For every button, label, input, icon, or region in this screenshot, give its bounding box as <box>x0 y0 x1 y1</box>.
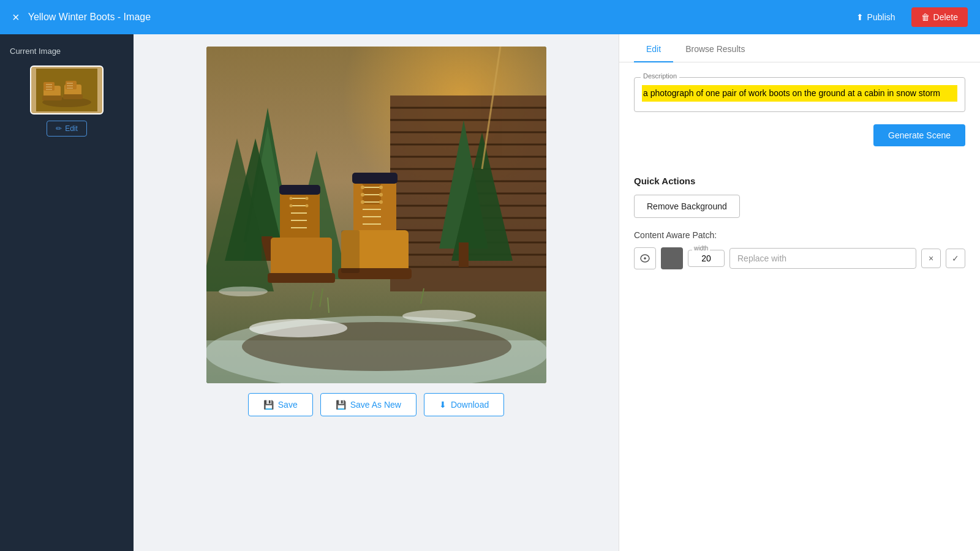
confirm-icon: ✓ <box>952 253 959 263</box>
svg-point-58 <box>379 193 383 197</box>
svg-rect-6 <box>63 94 83 99</box>
right-panel: Edit Browse Results Description <span cl… <box>619 34 980 551</box>
content-aware-label: Content Aware Patch: <box>634 230 965 240</box>
download-icon: ⬇ <box>439 400 447 410</box>
canvas-background <box>206 47 546 383</box>
svg-point-59 <box>361 200 364 204</box>
replace-with-input[interactable] <box>729 248 916 269</box>
svg-point-77 <box>219 287 268 296</box>
svg-point-74 <box>305 204 308 208</box>
svg-point-57 <box>361 193 364 197</box>
svg-rect-37 <box>459 242 469 267</box>
delete-button[interactable]: 🗑 Delete <box>911 7 968 27</box>
close-button[interactable]: × <box>12 10 20 24</box>
quick-actions-title: Quick Actions <box>634 176 965 186</box>
width-input[interactable] <box>693 253 719 263</box>
patch-lasso-button[interactable] <box>634 247 656 269</box>
svg-point-71 <box>289 197 292 200</box>
trash-icon: 🗑 <box>921 12 930 22</box>
thumbnail-boots-svg <box>36 69 97 111</box>
page-title: Yellow Winter Boots - Image <box>28 12 840 23</box>
content-area: 💾 Save 💾 Save As New ⬇ Download <box>134 34 619 551</box>
tab-edit[interactable]: Edit <box>634 34 673 62</box>
download-button[interactable]: ⬇ Download <box>424 393 504 416</box>
save-as-new-icon: 💾 <box>336 400 346 410</box>
svg-point-72 <box>305 197 308 200</box>
panel-content: Description <span class="desc-highlight"… <box>619 62 980 551</box>
svg-point-60 <box>379 200 383 204</box>
lasso-icon <box>639 253 650 264</box>
patch-cancel-button[interactable]: × <box>921 249 941 268</box>
description-label: Description <box>641 72 679 80</box>
width-input-group: width <box>688 250 725 267</box>
topbar: × Yellow Winter Boots - Image ⬆ Publish … <box>0 0 980 34</box>
svg-point-76 <box>402 310 476 322</box>
svg-rect-3 <box>42 96 62 100</box>
svg-point-75 <box>249 319 347 337</box>
width-label: width <box>692 245 710 252</box>
svg-point-73 <box>289 204 292 208</box>
sidebar: Current Image <box>0 34 134 551</box>
remove-background-button[interactable]: Remove Background <box>634 195 740 218</box>
main-layout: Current Image <box>0 34 980 551</box>
patch-confirm-button[interactable]: ✓ <box>946 249 965 268</box>
image-canvas <box>206 47 546 383</box>
tab-browse-results[interactable]: Browse Results <box>673 34 757 62</box>
description-highlighted-text: a photograph of one pair of work boots o… <box>643 88 940 98</box>
svg-point-56 <box>379 186 383 189</box>
save-button[interactable]: 💾 Save <box>248 393 313 416</box>
patch-controls: width × ✓ <box>634 247 965 269</box>
svg-rect-63 <box>279 185 320 195</box>
svg-rect-65 <box>268 273 335 283</box>
current-image-label: Current Image <box>10 47 124 56</box>
action-buttons: 💾 Save 💾 Save As New ⬇ Download <box>248 393 504 416</box>
upload-icon: ⬆ <box>856 12 864 22</box>
patch-color-swatch[interactable] <box>661 247 683 269</box>
tabs: Edit Browse Results <box>619 34 980 62</box>
svg-rect-62 <box>280 187 320 242</box>
svg-rect-61 <box>341 230 360 273</box>
publish-button[interactable]: ⬆ Publish <box>849 9 903 26</box>
edit-button[interactable]: ✏ Edit <box>47 121 87 137</box>
generate-scene-button[interactable]: Generate Scene <box>873 124 965 146</box>
scene-svg <box>206 47 546 383</box>
cancel-icon: × <box>929 253 933 263</box>
svg-rect-64 <box>271 238 332 277</box>
current-image-thumbnail <box>30 66 104 114</box>
svg-rect-46 <box>352 173 398 184</box>
svg-point-55 <box>361 186 364 189</box>
save-as-new-button[interactable]: 💾 Save As New <box>320 393 417 416</box>
image-thumb-container: ✏ Edit <box>10 66 124 137</box>
pencil-icon: ✏ <box>56 124 62 133</box>
description-field-group: Description <span class="desc-highlight"… <box>634 77 965 112</box>
save-icon: 💾 <box>263 400 274 410</box>
quick-actions-section: Quick Actions Remove Background Content … <box>634 176 965 269</box>
